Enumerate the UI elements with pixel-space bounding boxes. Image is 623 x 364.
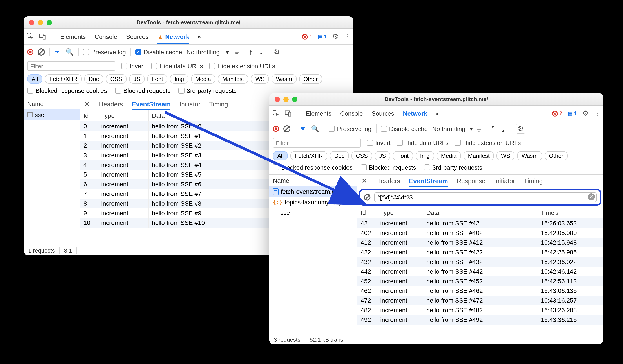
invert-checkbox[interactable]: Invert bbox=[121, 62, 145, 70]
settings-icon[interactable]: ⚙ bbox=[274, 48, 280, 56]
hide-data-urls-checkbox[interactable]: Hide data URLs bbox=[397, 139, 448, 146]
subtab-headers[interactable]: Headers bbox=[99, 101, 123, 107]
preserve-log-checkbox[interactable]: Preserve log bbox=[329, 125, 372, 132]
tab-console[interactable]: Console bbox=[95, 33, 117, 40]
close-icon[interactable]: ✕ bbox=[84, 100, 90, 108]
table-row[interactable]: 492incrementhello from SSE #49216:43:36.… bbox=[357, 315, 603, 324]
table-row[interactable]: 482incrementhello from SSE #48216:43:26.… bbox=[357, 305, 603, 315]
tab-console[interactable]: Console bbox=[340, 110, 363, 117]
upload-har-icon[interactable]: ⭱ bbox=[490, 125, 496, 132]
search-icon[interactable]: 🔍 bbox=[311, 125, 319, 133]
col-id[interactable]: Id bbox=[357, 207, 377, 218]
third-party-checkbox[interactable]: 3rd-party requests bbox=[178, 87, 237, 94]
subtab-timing[interactable]: Timing bbox=[209, 101, 228, 107]
gear-icon[interactable]: ⚙ bbox=[332, 32, 338, 40]
settings-icon[interactable]: ⚙ bbox=[516, 123, 525, 134]
request-row[interactable]: {;}topics-taxonomy-v1.j… bbox=[269, 197, 357, 207]
maximize-icon[interactable] bbox=[292, 97, 297, 102]
download-har-icon[interactable]: ⭳ bbox=[258, 48, 265, 55]
blocked-cookies-checkbox[interactable]: Blocked response cookies bbox=[273, 164, 353, 171]
chevron-down-icon[interactable]: ▾ bbox=[470, 125, 473, 132]
filter-input[interactable] bbox=[27, 61, 115, 71]
filter-chip-fetchxhr[interactable]: Fetch/XHR bbox=[291, 151, 327, 160]
filter-chip-ws[interactable]: WS bbox=[251, 74, 269, 84]
filter-chip-img[interactable]: Img bbox=[416, 151, 434, 160]
name-column-header[interactable]: Name bbox=[269, 175, 357, 186]
filter-chip-all[interactable]: All bbox=[27, 74, 42, 84]
subtab-headers[interactable]: Headers bbox=[376, 177, 400, 184]
filter-chip-media[interactable]: Media bbox=[437, 151, 461, 160]
filter-chip-all[interactable]: All bbox=[273, 151, 288, 160]
filter-chip-ws[interactable]: WS bbox=[497, 151, 515, 160]
close-icon[interactable] bbox=[29, 20, 34, 25]
titlebar[interactable]: DevTools - fetch-eventstream.glitch.me/ bbox=[269, 93, 603, 105]
tab-network[interactable]: ▲Network bbox=[157, 33, 189, 43]
close-icon[interactable] bbox=[275, 97, 280, 102]
filter-chip-other[interactable]: Other bbox=[545, 151, 568, 160]
titlebar[interactable]: DevTools - fetch-eventstream.glitch.me/ bbox=[24, 17, 353, 29]
more-tabs-icon[interactable]: » bbox=[435, 110, 439, 117]
subtab-initiator[interactable]: Initiator bbox=[179, 101, 200, 107]
error-badge[interactable]: 1 bbox=[302, 33, 312, 40]
invert-checkbox[interactable]: Invert bbox=[367, 139, 391, 146]
messages-badge[interactable]: 1 bbox=[318, 33, 327, 40]
col-time[interactable]: Time bbox=[537, 207, 603, 218]
filter-chip-wasm[interactable]: Wasm bbox=[517, 151, 542, 160]
clear-icon[interactable] bbox=[283, 125, 290, 132]
filter-chip-manifest[interactable]: Manifest bbox=[218, 74, 248, 84]
more-tabs-icon[interactable]: » bbox=[197, 33, 201, 40]
wifi-icon[interactable]: ⏚ bbox=[477, 125, 481, 132]
record-icon[interactable] bbox=[273, 125, 279, 132]
table-row[interactable]: 402incrementhello from SSE #40216:42:05.… bbox=[357, 228, 603, 238]
tab-network[interactable]: Network bbox=[403, 110, 427, 120]
filter-chip-font[interactable]: Font bbox=[393, 151, 413, 160]
minimize-icon[interactable] bbox=[283, 97, 289, 102]
table-row[interactable]: 452incrementhello from SSE #45216:42:56.… bbox=[357, 276, 603, 286]
filter-chip-doc[interactable]: Doc bbox=[84, 74, 103, 84]
kebab-menu-icon[interactable]: ⋮ bbox=[594, 109, 601, 117]
filter-chip-wasm[interactable]: Wasm bbox=[272, 74, 297, 84]
disable-cache-checkbox[interactable]: Disable cache bbox=[381, 125, 428, 132]
throttling-select[interactable]: No throttling bbox=[432, 125, 465, 132]
record-icon[interactable] bbox=[27, 49, 33, 55]
hide-extension-urls-checkbox[interactable]: Hide extension URLs bbox=[455, 139, 521, 146]
filter-icon[interactable]: ⏷ bbox=[300, 125, 307, 133]
blocked-requests-checkbox[interactable]: Blocked requests bbox=[115, 87, 171, 94]
tab-elements[interactable]: Elements bbox=[306, 110, 332, 117]
request-row[interactable]: fetch-eventstream.gli… bbox=[269, 186, 357, 197]
gear-icon[interactable]: ⚙ bbox=[582, 109, 588, 117]
hide-data-urls-checkbox[interactable]: Hide data URLs bbox=[151, 62, 203, 70]
error-badge[interactable]: 2 bbox=[552, 110, 562, 117]
chevron-down-icon[interactable]: ▾ bbox=[226, 48, 229, 55]
filter-chip-doc[interactable]: Doc bbox=[330, 151, 349, 160]
subtab-eventstream[interactable]: EventStream bbox=[132, 101, 171, 110]
request-row[interactable]: sse bbox=[24, 109, 80, 120]
device-icon[interactable] bbox=[284, 109, 292, 117]
kebab-menu-icon[interactable]: ⋮ bbox=[344, 32, 351, 40]
filter-chip-media[interactable]: Media bbox=[191, 74, 216, 84]
blocked-requests-checkbox[interactable]: Blocked requests bbox=[360, 164, 416, 171]
hide-extension-urls-checkbox[interactable]: Hide extension URLs bbox=[209, 62, 275, 70]
filter-input[interactable] bbox=[273, 138, 361, 148]
subtab-initiator[interactable]: Initiator bbox=[494, 177, 515, 184]
filter-chip-other[interactable]: Other bbox=[299, 74, 322, 84]
request-row[interactable]: sse bbox=[269, 207, 357, 218]
col-type[interactable]: Type bbox=[377, 207, 423, 218]
col-id[interactable]: Id bbox=[80, 110, 98, 121]
inspect-icon[interactable] bbox=[26, 32, 34, 40]
col-type[interactable]: Type bbox=[98, 110, 148, 121]
filter-chip-font[interactable]: Font bbox=[147, 74, 167, 84]
upload-har-icon[interactable]: ⭱ bbox=[248, 48, 254, 55]
eventstream-regex-input[interactable] bbox=[374, 192, 597, 202]
device-icon[interactable] bbox=[39, 32, 46, 40]
clear-events-icon[interactable] bbox=[364, 194, 371, 200]
filter-chip-css[interactable]: CSS bbox=[106, 74, 126, 84]
subtab-eventstream[interactable]: EventStream bbox=[409, 177, 448, 187]
col-data[interactable]: Data bbox=[423, 207, 537, 218]
third-party-checkbox[interactable]: 3rd-party requests bbox=[424, 164, 482, 171]
table-row[interactable]: 412incrementhello from SSE #41216:42:15.… bbox=[357, 238, 603, 247]
minimize-icon[interactable] bbox=[38, 20, 43, 25]
close-icon[interactable]: ✕ bbox=[362, 177, 367, 185]
table-row[interactable]: 42incrementhello from SSE #4216:36:03.65… bbox=[357, 218, 603, 228]
filter-chip-fetchxhr[interactable]: Fetch/XHR bbox=[45, 74, 82, 84]
